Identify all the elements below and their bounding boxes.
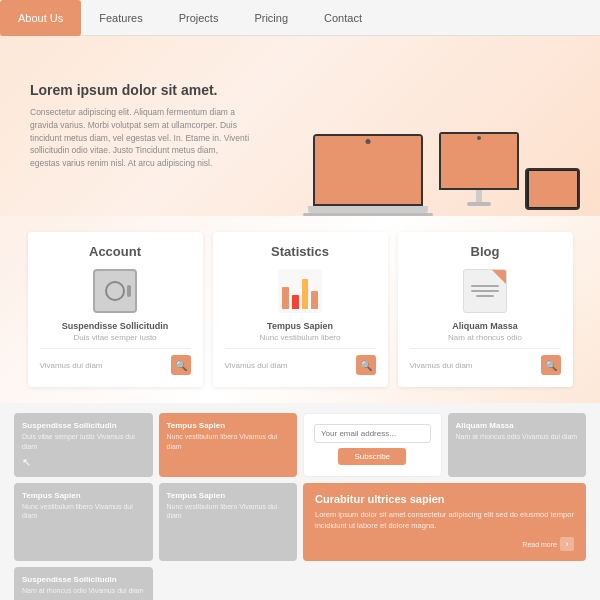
mouse-pointer-icon: ↖: [22, 456, 31, 468]
hero-title: Lorem ipsum dolor sit amet.: [30, 82, 250, 98]
blog-icon-accent: [492, 270, 506, 284]
navigation: About Us Features Projects Pricing Conta…: [0, 0, 600, 36]
bottom-section: Suspendisse Sollicitudin Duis vitae semp…: [0, 403, 600, 600]
blog-card-icon: [410, 269, 561, 313]
email-input[interactable]: [314, 424, 431, 443]
statistics-card-footer: Vivamus dui diam 🔍: [225, 348, 376, 375]
laptop-screen: [313, 134, 423, 206]
grid-bottom-cell-4: Suspendisse Sollicitudin Nam at rhoncus …: [14, 567, 153, 600]
blog-line-2: [471, 290, 499, 292]
grid-bottom-cell-1: Tempus Sapien Nunc vestibulum libero Viv…: [14, 483, 153, 562]
subscribe-cell: Subscribe: [303, 413, 442, 477]
chart-bar-4: [311, 291, 318, 309]
hero-section: Lorem ipsum dolor sit amet. Consectetur …: [0, 36, 600, 216]
blog-card: Blog Aliquam Massa Nam at rhoncus odio V…: [398, 232, 573, 387]
chart-icon: [278, 269, 322, 313]
monitor-screen: [439, 132, 519, 190]
account-card: Account Suspendisse Sollicitudin Duis vi…: [28, 232, 203, 387]
nav-item-projects[interactable]: Projects: [161, 0, 237, 36]
blog-card-link: Vivamus dui diam: [410, 361, 473, 370]
tablet-body: [525, 168, 580, 210]
grid-bottom-cell-1-title: Tempus Sapien: [22, 491, 145, 500]
monitor-stand: [476, 190, 482, 202]
monitor-base: [467, 202, 491, 206]
blog-line-1: [471, 285, 499, 287]
grid-bottom-cell-4-title: Suspendisse Sollicitudin: [22, 575, 145, 584]
grid-bottom-row: Tempus Sapien Nunc vestibulum libero Viv…: [14, 483, 586, 600]
grid-bottom-cell-2-title: Tempus Sapien: [167, 491, 290, 500]
laptop-base: [308, 206, 428, 213]
read-more-row: Read more ›: [315, 537, 574, 551]
account-search-button[interactable]: 🔍: [171, 355, 191, 375]
grid-bottom-cell-1-text: Nunc vestibulum libero Vivamus dui diam: [22, 502, 145, 522]
monitor-camera: [477, 136, 481, 140]
account-card-link: Vivamus dui diam: [40, 361, 103, 370]
nav-item-features[interactable]: Features: [81, 0, 160, 36]
center-feature-text: Lorem ipsum dolor sit amet consectetur a…: [315, 509, 574, 532]
statistics-card-icon: [225, 269, 376, 313]
cards-section: Account Suspendisse Sollicitudin Duis vi…: [0, 216, 600, 403]
grid-bottom-cell-2-text: Nunc vestibulum libero Vivamus dui diam: [167, 502, 290, 522]
statistics-card-link: Vivamus dui diam: [225, 361, 288, 370]
account-text-main: Suspendisse Sollicitudin: [40, 321, 191, 331]
statistics-text-main: Tempus Sapien: [225, 321, 376, 331]
account-card-footer: Vivamus dui diam 🔍: [40, 348, 191, 375]
tablet-screen: [529, 171, 577, 207]
laptop-screen-display: [315, 136, 421, 204]
device-laptop: [303, 134, 433, 216]
hero-description: Consectetur adipiscing elit. Aliquam fer…: [30, 106, 250, 170]
grid-cell-1-text: Duis vitae semper iusto Vivamus dui diam: [22, 432, 145, 452]
device-monitor: [439, 132, 519, 206]
statistics-text-sub: Nunc vestibulum libero: [225, 333, 376, 342]
device-tablet: [525, 168, 580, 210]
account-text-sub: Duis vitae semper iusto: [40, 333, 191, 342]
subscribe-button[interactable]: Subscribe: [338, 448, 406, 465]
blog-text-sub: Nam at rhoncus odio: [410, 333, 561, 342]
grid-cell-4-title: Aliquam Massa: [456, 421, 579, 430]
chart-bar-1: [282, 287, 289, 309]
grid-cell-2-title: Tempus Sapien: [167, 421, 290, 430]
chart-bar-2: [292, 295, 299, 309]
center-feature-cell: Curabitur ultrices sapien Lorem ipsum do…: [303, 483, 586, 562]
grid-top-row: Suspendisse Sollicitudin Duis vitae semp…: [14, 413, 586, 477]
grid-cell-2: Tempus Sapien Nunc vestibulum libero Viv…: [159, 413, 298, 477]
blog-card-text: Aliquam Massa Nam at rhoncus odio: [410, 321, 561, 342]
statistics-card: Statistics Tempus Sapien Nunc vestibulum…: [213, 232, 388, 387]
blog-line-3: [476, 295, 494, 297]
blog-card-footer: Vivamus dui diam 🔍: [410, 348, 561, 375]
chart-bar-3: [302, 279, 309, 309]
blog-icon: [463, 269, 507, 313]
blog-card-title: Blog: [410, 244, 561, 259]
grid-cell-2-text: Nunc vestibulum libero Vivamus dui diam: [167, 432, 290, 452]
nav-item-about[interactable]: About Us: [0, 0, 81, 36]
account-card-text: Suspendisse Sollicitudin Duis vitae semp…: [40, 321, 191, 342]
grid-cell-1: Suspendisse Sollicitudin Duis vitae semp…: [14, 413, 153, 477]
read-more-label: Read more: [522, 541, 557, 548]
statistics-search-button[interactable]: 🔍: [356, 355, 376, 375]
hero-devices: [303, 132, 580, 216]
hero-text-block: Lorem ipsum dolor sit amet. Consectetur …: [30, 82, 250, 170]
account-card-icon: [40, 269, 191, 313]
monitor-screen-display: [441, 134, 517, 188]
grid-cell-4-text: Nam at rhoncus odio Vivamus dui diam: [456, 432, 579, 442]
grid-bottom-cell-2: Tempus Sapien Nunc vestibulum libero Viv…: [159, 483, 298, 562]
nav-item-pricing[interactable]: Pricing: [236, 0, 306, 36]
grid-bottom-cell-4-text: Nam at rhoncus odio Vivamus dui diam: [22, 586, 145, 596]
laptop-foot: [303, 213, 433, 216]
blog-text-main: Aliquam Massa: [410, 321, 561, 331]
blog-search-button[interactable]: 🔍: [541, 355, 561, 375]
center-feature-title: Curabitur ultrices sapien: [315, 493, 574, 505]
account-card-title: Account: [40, 244, 191, 259]
statistics-card-title: Statistics: [225, 244, 376, 259]
safe-icon: [93, 269, 137, 313]
grid-cell-1-title: Suspendisse Sollicitudin: [22, 421, 145, 430]
grid-cell-4: Aliquam Massa Nam at rhoncus odio Vivamu…: [448, 413, 587, 477]
mouse-icon-wrapper: ↖: [22, 456, 145, 469]
statistics-card-text: Tempus Sapien Nunc vestibulum libero: [225, 321, 376, 342]
laptop-camera: [366, 139, 371, 144]
read-more-button[interactable]: ›: [560, 537, 574, 551]
nav-item-contact[interactable]: Contact: [306, 0, 380, 36]
